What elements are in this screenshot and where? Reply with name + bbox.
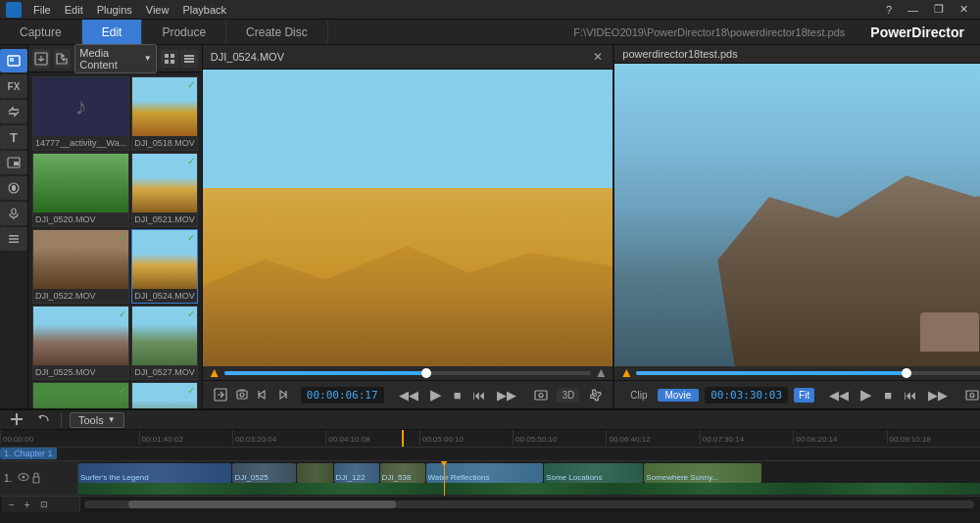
tab-capture[interactable]: Capture <box>0 20 82 44</box>
timeline-tracks: 1. Chapter 1 1. Surfer's t <box>0 448 980 523</box>
fx-icon[interactable]: FX <box>0 74 27 98</box>
tab-create-disc[interactable]: Create Disc <box>226 20 328 44</box>
right-prev-frame[interactable]: ◀◀ <box>826 387 852 404</box>
left-stop[interactable]: ■ <box>451 387 465 404</box>
ruler-mark: 00:04:10:08 <box>325 430 418 445</box>
left-screenshot-btn[interactable] <box>531 387 551 403</box>
list-item[interactable]: ✓ <box>131 382 198 408</box>
audio-icon[interactable] <box>0 176 27 200</box>
timeline-scrollbar[interactable] <box>84 500 974 508</box>
list-item[interactable]: ✓ <box>32 382 129 408</box>
right-stop[interactable]: ■ <box>881 387 895 404</box>
left-mark-in-btn[interactable] <box>254 388 271 402</box>
track-eye-btn[interactable] <box>18 472 29 486</box>
left-import-btn[interactable] <box>211 387 230 403</box>
tab-produce[interactable]: Produce <box>142 20 226 44</box>
svg-rect-14 <box>171 60 174 64</box>
pip-icon[interactable] <box>0 151 27 174</box>
help-button[interactable]: ? <box>880 2 898 18</box>
tl-fit[interactable]: ⊡ <box>37 499 51 510</box>
right-scrub-row <box>614 366 980 380</box>
tools-dropdown[interactable]: Tools ▼ <box>70 412 124 428</box>
media-bin-icon[interactable] <box>0 49 27 72</box>
left-prev-frame[interactable]: ◀◀ <box>396 387 421 404</box>
clip-dji538[interactable]: DJI_538 <box>380 463 425 483</box>
ruler-mark: 00:00:00 <box>0 430 139 445</box>
tab-edit[interactable]: Edit <box>82 20 143 44</box>
menu-view[interactable]: View <box>140 2 175 18</box>
left-mark-out-btn[interactable] <box>273 388 291 402</box>
clip-sunny[interactable]: Somewhere Sunny... <box>644 463 761 483</box>
clip-mode-tab[interactable]: Clip <box>622 389 655 402</box>
left-3d-btn[interactable]: 3D <box>557 388 579 403</box>
list-item[interactable]: ✓ DJI_0522.MOV <box>32 229 129 304</box>
tl-add-track[interactable] <box>6 410 27 430</box>
left-snapshot-btn[interactable] <box>232 387 252 403</box>
svg-point-25 <box>970 394 974 398</box>
svg-point-23 <box>594 394 597 397</box>
right-prev-btn[interactable]: ⏮ <box>901 387 919 404</box>
svg-rect-15 <box>184 55 194 57</box>
list-item[interactable]: ✓ DJI_0527.MOV <box>131 306 198 380</box>
left-prev-btn[interactable]: ⏮ <box>469 387 488 404</box>
svg-rect-16 <box>184 58 194 60</box>
media-content-dropdown[interactable]: Media Content ▼ <box>74 44 157 73</box>
ruler-mark: 00:03:20:04 <box>232 430 325 445</box>
voice-icon[interactable] <box>0 202 27 225</box>
left-preview-controls: 00:00:06:17 ◀◀ ▶ ■ ⏮ ▶▶ 3D <box>203 380 613 408</box>
right-screenshot-btn[interactable] <box>962 387 980 403</box>
list-item[interactable]: ✓ DJI_0524.MOV <box>131 229 198 304</box>
track-lock-btn[interactable] <box>31 472 41 486</box>
clip-water[interactable]: Water Reflections <box>426 463 544 483</box>
menu-edit[interactable]: Edit <box>59 2 89 18</box>
list-item[interactable]: ✓ DJI_0518.MOV <box>131 76 198 151</box>
clip-locations[interactable]: Some Locations <box>544 463 643 483</box>
list-item[interactable]: ✓ DJI_0525.MOV <box>32 306 129 380</box>
right-preview-pane: powerdirector18test.pds <box>614 45 980 408</box>
tl-zoom-out[interactable]: − <box>6 499 18 511</box>
transitions-icon[interactable] <box>0 100 27 123</box>
fit-button[interactable]: Fit <box>794 388 814 403</box>
left-preview-close[interactable]: ✕ <box>591 48 605 66</box>
svg-rect-11 <box>165 54 169 58</box>
clip-dji122[interactable]: DJI_122 <box>334 463 379 483</box>
menu-items-icon[interactable] <box>0 227 27 251</box>
import-button[interactable] <box>32 49 50 69</box>
tl-zoom-in[interactable]: + <box>22 499 33 511</box>
right-scrub-bar[interactable] <box>636 371 980 375</box>
minimize-button[interactable]: — <box>902 2 924 18</box>
tl-undo[interactable] <box>33 411 53 429</box>
list-item[interactable]: ✓ DJI_0520.MOV <box>32 153 129 227</box>
main-area: FX T Media Content <box>0 45 980 408</box>
video-clips-row: Surfer's the Legend DJI_0525 DJI_122 DJI… <box>78 463 980 483</box>
menu-playback[interactable]: Playback <box>176 2 232 18</box>
svg-rect-31 <box>33 477 39 483</box>
left-settings-btn[interactable] <box>585 387 605 403</box>
menu-plugins[interactable]: Plugins <box>91 2 138 18</box>
restore-button[interactable]: ❐ <box>928 1 950 18</box>
clip-dji0525[interactable]: DJI_0525 <box>232 463 295 483</box>
nav-tabs: Capture Edit Produce Create Disc F:\VIDE… <box>0 20 980 45</box>
left-preview-title: DJI_0524.MOV ✕ <box>203 45 613 70</box>
close-button[interactable]: ✕ <box>954 1 974 18</box>
list-item[interactable]: ♪ 14777__activity__Wa... <box>32 76 129 151</box>
ruler-mark: 00:05:00:10 <box>419 430 513 445</box>
left-next-frame[interactable]: ▶▶ <box>494 387 519 404</box>
title-icon[interactable]: T <box>0 125 27 149</box>
media-panel: Media Content ▼ ♪ 14777__activity <box>28 45 203 408</box>
timeline-scrollbar-thumb[interactable] <box>128 500 395 508</box>
left-play[interactable]: ▶ <box>427 385 445 404</box>
clip-surfers[interactable]: Surfer's the Legend <box>78 463 231 483</box>
right-next-frame[interactable]: ▶▶ <box>925 387 951 404</box>
right-play[interactable]: ▶ <box>858 385 875 404</box>
svg-rect-28 <box>16 413 18 425</box>
left-preview-pane: DJI_0524.MOV ✕ <box>203 45 613 408</box>
menu-file[interactable]: File <box>27 2 57 18</box>
left-scrub-bar[interactable] <box>224 371 592 375</box>
puzzle-icon[interactable] <box>54 49 72 69</box>
list-item[interactable]: ✓ DJI_0521.MOV <box>131 153 198 227</box>
movie-mode-tab[interactable]: Movie <box>658 389 700 402</box>
clip-misc1[interactable] <box>297 463 333 483</box>
list-view-button[interactable] <box>180 50 198 68</box>
grid-view-button[interactable] <box>161 50 178 68</box>
